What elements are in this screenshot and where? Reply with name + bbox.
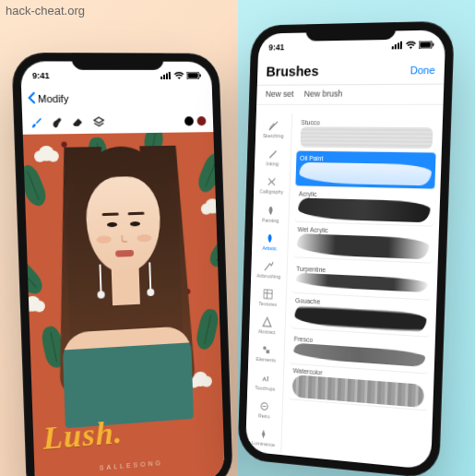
artwork-title: Lush. bbox=[42, 414, 124, 457]
category-icon bbox=[260, 344, 272, 357]
svg-point-15 bbox=[263, 347, 267, 351]
sub-actions: New set New brush bbox=[256, 85, 444, 105]
wifi-icon bbox=[406, 42, 416, 50]
chevron-left-icon bbox=[27, 92, 36, 104]
category-sketching[interactable]: Sketching bbox=[255, 115, 291, 144]
brush-row[interactable]: Wet Acrylic bbox=[293, 222, 433, 264]
category-icon bbox=[263, 260, 275, 273]
brushes-header: Brushes Done bbox=[257, 55, 445, 86]
brush-list: StuccoOil PaintAcrylicWet AcrylicTurpent… bbox=[281, 113, 443, 470]
category-label: Abstract bbox=[258, 328, 276, 335]
new-brush-button[interactable]: New brush bbox=[304, 89, 343, 98]
category-textures[interactable]: Textures bbox=[250, 282, 286, 312]
category-label: Airbrushing bbox=[256, 273, 280, 280]
swatch-2[interactable] bbox=[197, 116, 207, 125]
artwork-canvas[interactable]: Lush. SALLESONG bbox=[23, 132, 225, 476]
category-label: Luminance bbox=[252, 440, 275, 447]
category-icon bbox=[265, 204, 277, 216]
category-label: Retro bbox=[258, 412, 270, 419]
notch bbox=[71, 53, 164, 70]
svg-rect-10 bbox=[400, 42, 402, 49]
back-button[interactable] bbox=[27, 92, 36, 106]
battery-icon bbox=[186, 72, 201, 79]
category-label: Artistic bbox=[262, 245, 277, 252]
category-airbrushing[interactable]: Airbrushing bbox=[251, 255, 287, 284]
new-set-button[interactable]: New set bbox=[266, 89, 294, 99]
status-time: 9:41 bbox=[268, 42, 284, 52]
category-painting[interactable]: Painting bbox=[253, 199, 289, 229]
svg-rect-7 bbox=[392, 46, 394, 49]
category-icon bbox=[261, 315, 273, 328]
brush-name: Oil Paint bbox=[300, 154, 432, 162]
category-calligraphy[interactable]: Calligraphy bbox=[254, 171, 290, 199]
brush-stroke-preview bbox=[301, 126, 433, 149]
svg-rect-1 bbox=[163, 75, 165, 79]
category-icon bbox=[259, 372, 271, 385]
phone-right: 9:41 Brushes Done New set New brush Sket… bbox=[237, 21, 454, 476]
category-elements[interactable]: Elements bbox=[248, 339, 284, 369]
brush-name: Stucco bbox=[301, 119, 433, 126]
svg-rect-5 bbox=[188, 73, 198, 77]
category-label: Textures bbox=[258, 301, 277, 307]
svg-rect-12 bbox=[420, 42, 431, 48]
category-icon bbox=[264, 232, 276, 245]
brush-row[interactable]: Stucco bbox=[297, 115, 437, 153]
smudge-tool-icon[interactable] bbox=[51, 116, 65, 130]
svg-rect-9 bbox=[398, 42, 399, 49]
category-inking[interactable]: Inking bbox=[255, 143, 291, 172]
back-label[interactable]: Modify bbox=[38, 93, 69, 105]
category-retro[interactable]: Retro bbox=[246, 394, 282, 425]
navbar: Modify bbox=[21, 86, 213, 112]
svg-rect-6 bbox=[199, 74, 201, 77]
category-icon bbox=[267, 120, 279, 132]
category-label: Inking bbox=[266, 161, 279, 167]
brush-tool-icon[interactable] bbox=[30, 116, 43, 130]
category-label: Touchups bbox=[255, 385, 275, 392]
svg-rect-14 bbox=[264, 290, 272, 299]
category-touchups[interactable]: Touchups bbox=[247, 366, 283, 397]
svg-rect-2 bbox=[166, 73, 168, 79]
tool-row bbox=[22, 110, 213, 135]
signal-icon bbox=[160, 72, 172, 79]
done-button[interactable]: Done bbox=[410, 64, 435, 76]
swatch-1[interactable] bbox=[184, 116, 194, 125]
brush-row[interactable]: Oil Paint bbox=[295, 151, 435, 190]
category-icon bbox=[262, 288, 274, 301]
brush-row[interactable]: Acrylic bbox=[294, 186, 434, 226]
category-abstract[interactable]: Abstract bbox=[249, 311, 285, 341]
category-artistic[interactable]: Artistic bbox=[252, 227, 288, 256]
brush-stroke-preview bbox=[298, 197, 431, 222]
category-icon bbox=[267, 148, 279, 160]
category-icon bbox=[266, 176, 278, 188]
phone-left: 9:41 Modify bbox=[11, 53, 233, 476]
portrait bbox=[44, 145, 204, 429]
svg-rect-3 bbox=[169, 72, 171, 79]
category-label: Painting bbox=[262, 217, 279, 223]
layers-tool-icon[interactable] bbox=[92, 115, 106, 129]
category-label: Elements bbox=[256, 356, 277, 363]
watermark-text: hack-cheat.org bbox=[6, 4, 85, 18]
category-icon bbox=[258, 399, 270, 412]
svg-rect-13 bbox=[433, 43, 434, 46]
category-label: Calligraphy bbox=[259, 189, 283, 196]
color-swatches bbox=[184, 116, 207, 125]
eraser-tool-icon[interactable] bbox=[72, 115, 86, 129]
category-label: Sketching bbox=[263, 133, 284, 138]
signal-icon bbox=[392, 42, 403, 50]
brush-stroke-preview bbox=[297, 233, 430, 259]
svg-rect-16 bbox=[267, 351, 270, 354]
svg-rect-8 bbox=[395, 44, 397, 49]
notch bbox=[305, 22, 396, 42]
brush-stroke-preview bbox=[299, 161, 432, 184]
category-icon bbox=[257, 427, 269, 440]
status-time: 9:41 bbox=[32, 71, 50, 80]
category-luminance[interactable]: Luminance bbox=[245, 422, 281, 453]
wifi-icon bbox=[174, 72, 184, 79]
svg-rect-0 bbox=[160, 77, 162, 79]
brushes-title: Brushes bbox=[266, 63, 318, 79]
battery-icon bbox=[419, 41, 434, 49]
